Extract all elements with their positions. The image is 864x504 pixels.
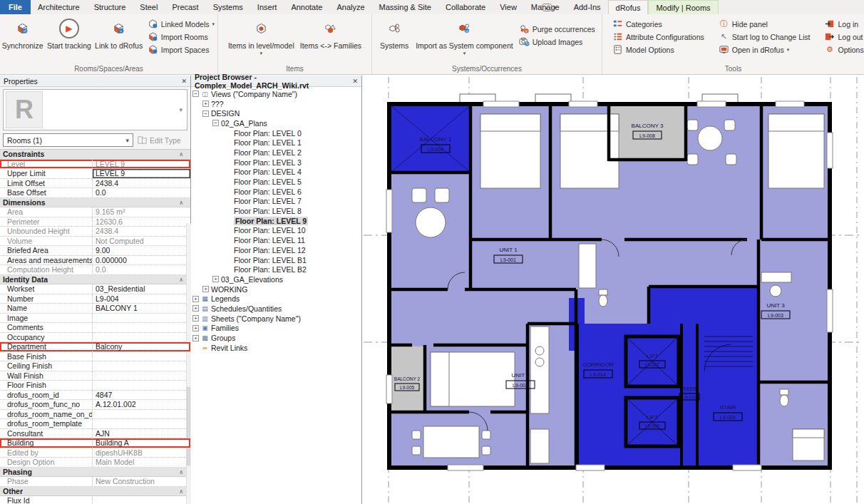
tree-item[interactable]: + ▤ Schedules/Quantities — [192, 304, 361, 314]
ribbon-tab[interactable]: View — [493, 0, 524, 14]
property-row[interactable]: Ceiling Finish ∧ — [0, 361, 190, 371]
tree-expander-icon[interactable]: − — [192, 91, 199, 97]
ribbon-tab[interactable]: Systems — [206, 0, 250, 14]
tree-expander-icon[interactable]: − — [202, 110, 209, 117]
tree-item[interactable]: Floor Plan: LEVEL 7 — [192, 197, 361, 207]
import-rooms-button[interactable]: Import Rooms — [148, 31, 215, 42]
tree-item[interactable]: Floor Plan: LEVEL B1 — [192, 255, 361, 265]
synchronize-button[interactable]: ⇄ Synchronize — [0, 16, 45, 50]
ribbon-tab[interactable]: Modify | Rooms — [648, 0, 718, 14]
tree-item[interactable]: − 02_GA_Plans — [192, 118, 361, 128]
property-row[interactable]: Consultant AJN ∧ — [0, 429, 190, 439]
property-row[interactable]: Perimeter 12630.6 ∧ — [0, 217, 190, 227]
attribute-configurations-button[interactable]: Attribute Configurations — [612, 31, 704, 42]
ribbon-tab[interactable]: File — [0, 0, 31, 14]
linked-models-button[interactable]: Linked Models ▾ — [148, 19, 215, 29]
section-collapse-icon[interactable]: ∧ — [179, 275, 183, 284]
tree-item[interactable]: + ▩ Groups — [192, 333, 361, 343]
property-row[interactable]: Computation Height 0.0 ∧ — [0, 265, 190, 275]
drawing-area[interactable]: BALCONY 1 L9-004 UNIT 1 L9-001 BALCONY 3… — [362, 76, 864, 504]
section-collapse-icon[interactable]: ∧ — [179, 198, 183, 207]
property-value[interactable]: 2438.4 — [93, 227, 190, 236]
start-log-button[interactable]: ↖ Start log to Change List — [719, 31, 811, 42]
ribbon-tab[interactable]: Steel — [133, 0, 165, 14]
property-row[interactable]: drofus_room_id 4847 ∧ — [0, 391, 190, 401]
property-row[interactable]: Phasing ∧ — [0, 468, 190, 478]
tree-item[interactable]: Floor Plan: LEVEL 0 — [192, 128, 361, 138]
tree-expander-icon[interactable] — [225, 227, 232, 234]
property-row[interactable]: Image ∧ — [0, 314, 190, 324]
link-to-drofus-button[interactable]: ∞ Link to dRofus — [93, 16, 145, 50]
ribbon-tab[interactable]: Precast — [165, 0, 205, 14]
property-row[interactable]: Design Option Main Model ∧ — [0, 458, 190, 468]
ribbon-tab[interactable]: Analyze — [329, 0, 371, 14]
floor-plan-canvas[interactable]: BALCONY 1 L9-004 UNIT 1 L9-001 BALCONY 3… — [362, 76, 864, 504]
property-row[interactable]: Name BALCONY 1 ∧ — [0, 304, 190, 314]
tree-item[interactable]: Floor Plan: LEVEL 5 — [192, 177, 361, 187]
property-value[interactable]: LEVEL 9 — [93, 169, 190, 178]
tree-expander-icon[interactable]: + — [192, 335, 199, 341]
property-value[interactable] — [93, 314, 190, 323]
property-value[interactable] — [93, 410, 190, 419]
property-row[interactable]: Base Offset 0.0 ∧ — [0, 188, 190, 198]
tree-expander-icon[interactable] — [225, 217, 232, 224]
tree-item[interactable]: + 03_GA_Elevations — [192, 274, 361, 284]
property-value[interactable]: BALCONY 1 — [93, 304, 190, 313]
property-row[interactable]: drofus_room_func_no A.12.01.002 ∧ — [0, 400, 190, 410]
property-value[interactable]: Not Computed — [93, 237, 190, 246]
property-row[interactable]: Other ∧ — [0, 487, 190, 497]
tree-expander-icon[interactable] — [225, 169, 232, 175]
tree-item[interactable]: + ??? — [192, 99, 361, 109]
property-row[interactable]: Flux Id ∧ — [0, 496, 190, 504]
property-row[interactable]: Comments ∧ — [0, 323, 190, 333]
ribbon-tab[interactable]: Annotate — [284, 0, 329, 14]
tree-expander-icon[interactable]: + — [192, 315, 199, 322]
tree-item[interactable]: + WORKING — [192, 284, 361, 294]
tree-expander-icon[interactable] — [225, 179, 232, 185]
tree-item[interactable]: Floor Plan: LEVEL 6 — [192, 187, 361, 197]
property-value[interactable]: Balcony — [93, 342, 190, 351]
tree-expander-icon[interactable]: + — [202, 101, 209, 107]
property-value[interactable] — [93, 371, 190, 381]
tree-item[interactable]: Floor Plan: LEVEL 1 — [192, 138, 361, 148]
property-row[interactable]: Limit Offset 2438.4 ∧ — [0, 179, 190, 189]
open-in-drofus-button[interactable]: Open in dRofus ▾ — [719, 44, 811, 55]
edit-type-button[interactable]: Edit Type — [136, 133, 187, 147]
property-row[interactable]: drofus_room_name_on_dra... ∧ — [0, 410, 190, 420]
property-row[interactable]: Edited by dipeshUHK8B ∧ — [0, 448, 190, 458]
property-row[interactable]: Phase New Construction ∧ — [0, 477, 190, 487]
type-selector[interactable]: R ▾ — [3, 89, 187, 130]
property-row[interactable]: Identity Data ∧ — [0, 275, 190, 285]
ribbon-tab[interactable]: Collaborate — [438, 0, 493, 14]
project-browser-title-bar[interactable]: Project Browser - Complex_Model_ARCH_Wik… — [191, 76, 361, 87]
tree-item[interactable]: + ▥ Sheets ("Company Name") — [192, 314, 361, 324]
property-value[interactable]: A.12.01.002 — [93, 400, 190, 409]
tree-expander-icon[interactable] — [225, 149, 232, 155]
property-row[interactable]: Areas and measurements: D... 0.000000 ∧ — [0, 256, 190, 266]
model-options-button[interactable]: Model Options — [612, 44, 704, 55]
tree-item[interactable]: Floor Plan: LEVEL 4 — [192, 168, 361, 178]
tree-expander-icon[interactable] — [225, 140, 232, 146]
tree-expander-icon[interactable]: + — [192, 305, 199, 312]
property-value[interactable] — [93, 352, 190, 361]
ribbon-tab[interactable]: Massing & Site — [372, 0, 438, 14]
property-value[interactable]: AJN — [93, 429, 190, 438]
property-row[interactable]: Wall Finish ∧ — [0, 371, 190, 381]
property-value[interactable] — [93, 323, 190, 332]
property-value[interactable] — [93, 419, 190, 428]
properties-scrollbar[interactable] — [186, 223, 191, 504]
properties-close-icon[interactable]: ✕ — [181, 78, 187, 85]
ribbon-tab[interactable]: dRofus — [608, 0, 649, 14]
tree-item[interactable]: Floor Plan: LEVEL 12 — [192, 245, 361, 255]
rooms-panel-label[interactable]: Rooms/Spaces/Areas — [0, 64, 217, 74]
tree-item[interactable]: − ◫ Views ("Company Name") — [192, 89, 361, 99]
tree-expander-icon[interactable] — [225, 188, 232, 195]
project-browser-close-icon[interactable]: ✕ — [352, 78, 358, 85]
tree-expander-icon[interactable] — [192, 344, 199, 351]
property-value[interactable]: 9.165 m² — [93, 207, 190, 217]
tree-expander-icon[interactable] — [225, 130, 232, 136]
property-value[interactable]: 0.0 — [93, 265, 190, 274]
tree-expander-icon[interactable] — [225, 267, 232, 273]
property-value[interactable]: 2438.4 — [93, 179, 190, 188]
property-value[interactable]: 0.000000 — [93, 256, 190, 265]
